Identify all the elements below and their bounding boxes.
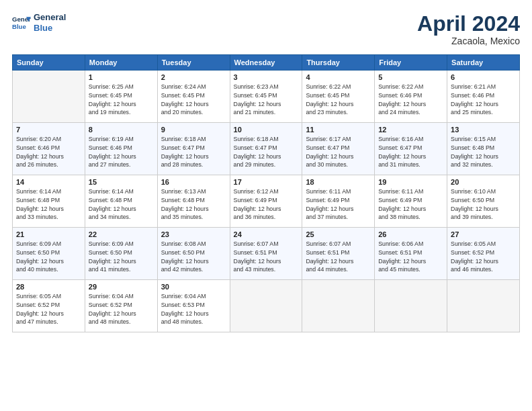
day-number: 12 bbox=[378, 126, 443, 134]
week-row-1: 1Sunrise: 6:25 AM Sunset: 6:45 PM Daylig… bbox=[13, 71, 520, 123]
header: General Blue General Blue April 2024 Zac… bbox=[12, 12, 520, 46]
day-info: Sunrise: 6:11 AM Sunset: 6:49 PM Dayligh… bbox=[378, 187, 443, 222]
day-info: Sunrise: 6:05 AM Sunset: 6:52 PM Dayligh… bbox=[451, 240, 516, 274]
calendar-cell: 5Sunrise: 6:22 AM Sunset: 6:46 PM Daylig… bbox=[375, 71, 447, 123]
day-number: 15 bbox=[89, 178, 154, 186]
calendar-cell: 2Sunrise: 6:24 AM Sunset: 6:45 PM Daylig… bbox=[157, 71, 230, 123]
day-number: 16 bbox=[161, 178, 226, 186]
day-info: Sunrise: 6:16 AM Sunset: 6:47 PM Dayligh… bbox=[378, 135, 443, 169]
title-block: April 2024 Zacaola, Mexico bbox=[417, 12, 520, 46]
calendar-cell: 9Sunrise: 6:18 AM Sunset: 6:47 PM Daylig… bbox=[157, 123, 230, 175]
calendar-cell bbox=[302, 280, 375, 332]
day-info: Sunrise: 6:14 AM Sunset: 6:48 PM Dayligh… bbox=[16, 187, 81, 222]
day-number: 13 bbox=[451, 126, 516, 134]
day-info: Sunrise: 6:04 AM Sunset: 6:53 PM Dayligh… bbox=[161, 292, 226, 326]
svg-text:Blue: Blue bbox=[12, 22, 26, 30]
day-number: 20 bbox=[451, 178, 516, 186]
day-info: Sunrise: 6:20 AM Sunset: 6:46 PM Dayligh… bbox=[16, 135, 81, 169]
day-info: Sunrise: 6:07 AM Sunset: 6:51 PM Dayligh… bbox=[306, 240, 371, 274]
day-number: 1 bbox=[89, 73, 154, 81]
weekday-header-row: SundayMondayTuesdayWednesdayThursdayFrid… bbox=[13, 55, 520, 71]
day-info: Sunrise: 6:25 AM Sunset: 6:45 PM Dayligh… bbox=[89, 83, 154, 117]
calendar-cell: 16Sunrise: 6:13 AM Sunset: 6:48 PM Dayli… bbox=[157, 175, 230, 228]
day-info: Sunrise: 6:21 AM Sunset: 6:46 PM Dayligh… bbox=[451, 83, 516, 117]
day-info: Sunrise: 6:06 AM Sunset: 6:51 PM Dayligh… bbox=[378, 240, 443, 274]
day-info: Sunrise: 6:15 AM Sunset: 6:48 PM Dayligh… bbox=[451, 135, 516, 169]
weekday-header-sunday: Sunday bbox=[13, 55, 85, 71]
day-number: 21 bbox=[16, 230, 81, 238]
weekday-header-tuesday: Tuesday bbox=[157, 55, 230, 71]
day-number: 17 bbox=[234, 178, 299, 186]
day-number: 23 bbox=[161, 230, 226, 238]
day-number: 19 bbox=[378, 178, 443, 186]
logo-text-blue: Blue bbox=[34, 23, 66, 34]
day-number: 5 bbox=[378, 73, 443, 81]
weekday-header-saturday: Saturday bbox=[447, 55, 520, 71]
calendar-cell: 21Sunrise: 6:09 AM Sunset: 6:50 PM Dayli… bbox=[13, 228, 85, 280]
day-number: 3 bbox=[234, 73, 299, 81]
calendar-cell: 22Sunrise: 6:09 AM Sunset: 6:50 PM Dayli… bbox=[85, 228, 157, 280]
calendar-cell bbox=[230, 280, 302, 332]
day-info: Sunrise: 6:04 AM Sunset: 6:52 PM Dayligh… bbox=[89, 292, 154, 326]
weekday-header-wednesday: Wednesday bbox=[230, 55, 302, 71]
calendar-subtitle: Zacaola, Mexico bbox=[417, 36, 520, 46]
day-info: Sunrise: 6:19 AM Sunset: 6:46 PM Dayligh… bbox=[89, 135, 154, 169]
calendar-cell: 29Sunrise: 6:04 AM Sunset: 6:52 PM Dayli… bbox=[85, 280, 157, 332]
calendar-table: SundayMondayTuesdayWednesdayThursdayFrid… bbox=[12, 54, 520, 332]
calendar-cell: 10Sunrise: 6:18 AM Sunset: 6:47 PM Dayli… bbox=[230, 123, 302, 175]
day-number: 8 bbox=[89, 126, 154, 134]
calendar-cell bbox=[13, 71, 85, 123]
calendar-cell: 27Sunrise: 6:05 AM Sunset: 6:52 PM Dayli… bbox=[447, 228, 520, 280]
calendar-cell: 15Sunrise: 6:14 AM Sunset: 6:48 PM Dayli… bbox=[85, 175, 157, 228]
calendar-cell: 28Sunrise: 6:05 AM Sunset: 6:52 PM Dayli… bbox=[13, 280, 85, 332]
calendar-cell: 6Sunrise: 6:21 AM Sunset: 6:46 PM Daylig… bbox=[447, 71, 520, 123]
day-number: 6 bbox=[451, 73, 516, 81]
day-info: Sunrise: 6:11 AM Sunset: 6:49 PM Dayligh… bbox=[306, 187, 371, 222]
logo-text-general: General bbox=[34, 12, 66, 23]
calendar-cell bbox=[447, 280, 520, 332]
calendar-cell: 18Sunrise: 6:11 AM Sunset: 6:49 PM Dayli… bbox=[302, 175, 375, 228]
day-info: Sunrise: 6:09 AM Sunset: 6:50 PM Dayligh… bbox=[16, 240, 81, 274]
calendar-cell: 17Sunrise: 6:12 AM Sunset: 6:49 PM Dayli… bbox=[230, 175, 302, 228]
day-info: Sunrise: 6:13 AM Sunset: 6:48 PM Dayligh… bbox=[161, 187, 226, 222]
calendar-cell: 25Sunrise: 6:07 AM Sunset: 6:51 PM Dayli… bbox=[302, 228, 375, 280]
day-number: 29 bbox=[89, 283, 154, 291]
calendar-cell: 14Sunrise: 6:14 AM Sunset: 6:48 PM Dayli… bbox=[13, 175, 85, 228]
day-number: 4 bbox=[306, 73, 371, 81]
day-number: 2 bbox=[161, 73, 226, 81]
day-number: 7 bbox=[16, 126, 81, 134]
logo: General Blue General Blue bbox=[12, 12, 66, 33]
calendar-cell: 7Sunrise: 6:20 AM Sunset: 6:46 PM Daylig… bbox=[13, 123, 85, 175]
day-number: 18 bbox=[306, 178, 371, 186]
day-info: Sunrise: 6:09 AM Sunset: 6:50 PM Dayligh… bbox=[89, 240, 154, 274]
day-number: 24 bbox=[234, 230, 299, 238]
calendar-cell: 4Sunrise: 6:22 AM Sunset: 6:45 PM Daylig… bbox=[302, 71, 375, 123]
day-number: 27 bbox=[451, 230, 516, 238]
calendar-cell: 24Sunrise: 6:07 AM Sunset: 6:51 PM Dayli… bbox=[230, 228, 302, 280]
calendar-cell: 13Sunrise: 6:15 AM Sunset: 6:48 PM Dayli… bbox=[447, 123, 520, 175]
day-number: 22 bbox=[89, 230, 154, 238]
day-number: 11 bbox=[306, 126, 371, 134]
day-info: Sunrise: 6:10 AM Sunset: 6:50 PM Dayligh… bbox=[451, 187, 516, 222]
week-row-5: 28Sunrise: 6:05 AM Sunset: 6:52 PM Dayli… bbox=[13, 280, 520, 332]
day-info: Sunrise: 6:08 AM Sunset: 6:50 PM Dayligh… bbox=[161, 240, 226, 274]
calendar-title: April 2024 bbox=[417, 12, 520, 36]
day-info: Sunrise: 6:23 AM Sunset: 6:45 PM Dayligh… bbox=[234, 83, 299, 117]
day-number: 9 bbox=[161, 126, 226, 134]
day-number: 10 bbox=[234, 126, 299, 134]
day-number: 25 bbox=[306, 230, 371, 238]
calendar-cell: 12Sunrise: 6:16 AM Sunset: 6:47 PM Dayli… bbox=[375, 123, 447, 175]
weekday-header-thursday: Thursday bbox=[302, 55, 375, 71]
day-number: 14 bbox=[16, 178, 81, 186]
calendar-cell: 8Sunrise: 6:19 AM Sunset: 6:46 PM Daylig… bbox=[85, 123, 157, 175]
weekday-header-monday: Monday bbox=[85, 55, 157, 71]
day-info: Sunrise: 6:17 AM Sunset: 6:47 PM Dayligh… bbox=[306, 135, 371, 169]
day-info: Sunrise: 6:05 AM Sunset: 6:52 PM Dayligh… bbox=[16, 292, 81, 326]
day-info: Sunrise: 6:12 AM Sunset: 6:49 PM Dayligh… bbox=[234, 187, 299, 222]
week-row-4: 21Sunrise: 6:09 AM Sunset: 6:50 PM Dayli… bbox=[13, 228, 520, 280]
calendar-cell: 26Sunrise: 6:06 AM Sunset: 6:51 PM Dayli… bbox=[375, 228, 447, 280]
day-info: Sunrise: 6:22 AM Sunset: 6:46 PM Dayligh… bbox=[378, 83, 443, 117]
calendar-cell bbox=[375, 280, 447, 332]
day-info: Sunrise: 6:18 AM Sunset: 6:47 PM Dayligh… bbox=[161, 135, 226, 169]
day-info: Sunrise: 6:18 AM Sunset: 6:47 PM Dayligh… bbox=[234, 135, 299, 169]
